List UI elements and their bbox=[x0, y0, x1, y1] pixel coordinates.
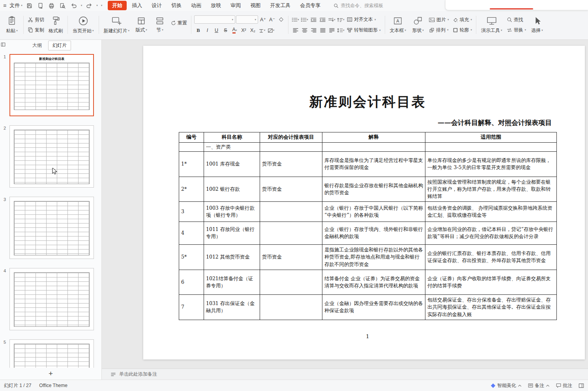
tab-member[interactable]: 会员专享 bbox=[296, 1, 325, 10]
tab-insert[interactable]: 插入 bbox=[127, 1, 146, 10]
picture-button[interactable]: 图片▾ bbox=[428, 16, 450, 24]
textbox-button[interactable]: A 文本框▾ bbox=[388, 13, 408, 37]
cell-scope: 企业增加在同业的存款，借记本科目，贷记“存放中央银行款项”等科目；减少在同业的存… bbox=[425, 222, 557, 244]
presentation-tools-button[interactable]: 演示工具▾ bbox=[479, 13, 504, 37]
view-panel-toggle[interactable] bbox=[579, 383, 584, 388]
align-left-button[interactable] bbox=[291, 26, 300, 34]
decrease-font-button[interactable]: A⁻ bbox=[268, 16, 276, 24]
tab-view[interactable]: 视图 bbox=[246, 1, 265, 10]
reset-button[interactable]: 重置 bbox=[170, 19, 188, 27]
slide-number: 1 bbox=[0, 54, 9, 116]
shapes-button[interactable]: 形状▾ bbox=[409, 13, 427, 37]
underline-button[interactable]: U bbox=[212, 26, 221, 34]
replace-button[interactable]: 替换▾ bbox=[506, 26, 528, 34]
find-button[interactable]: 查找 bbox=[506, 16, 528, 24]
hamburger-menu-icon[interactable]: ≡ bbox=[3, 2, 6, 9]
convert-smartart-button[interactable]: 转智能图形▾ bbox=[346, 26, 382, 34]
increase-indent-button[interactable] bbox=[318, 16, 327, 24]
slide-thumbnail-1[interactable]: 新准则会计科目表 bbox=[9, 54, 94, 116]
font-color-button[interactable]: A▾ bbox=[230, 26, 239, 34]
align-right-button[interactable] bbox=[309, 26, 318, 34]
theme-name[interactable]: Office Theme bbox=[39, 383, 67, 388]
slide-thumbnail-row: 2 bbox=[0, 125, 101, 188]
slide-thumbnail-5[interactable] bbox=[9, 339, 94, 368]
bullet-list-button[interactable]: ▾ bbox=[291, 16, 300, 24]
redo-dropdown-icon[interactable]: ▾ bbox=[96, 4, 98, 7]
phonetic-guide-button[interactable]: ▾ bbox=[258, 26, 266, 34]
notes-bar[interactable]: 单击此处添加备注 bbox=[102, 369, 588, 380]
slide-number: 4 bbox=[0, 268, 9, 330]
print-button[interactable] bbox=[48, 2, 56, 9]
table-row: 1* 1001 库存现金 货币资金 库存现金是指单位为了满足经营过程中零星支付需… bbox=[179, 151, 557, 177]
undo-button[interactable] bbox=[70, 2, 78, 9]
distribute-button[interactable] bbox=[328, 26, 336, 34]
slide-number: 2 bbox=[0, 125, 9, 188]
superscript-button[interactable]: X² bbox=[240, 26, 248, 34]
bold-button[interactable]: B bbox=[194, 26, 202, 34]
select-button[interactable]: 选择▾ bbox=[528, 13, 546, 37]
slide-thumbnail-3[interactable] bbox=[9, 197, 94, 259]
outline-button[interactable]: 轮廓▾ bbox=[451, 26, 474, 34]
panel-tab-slides[interactable]: 幻灯片 bbox=[48, 41, 71, 50]
strikethrough-button[interactable]: S bbox=[221, 26, 230, 34]
tab-home[interactable]: 开始 bbox=[108, 1, 127, 10]
slide-1[interactable]: 新准则会计科目表 ——会计科目解释、对照会计报表项目 编号 科目名称 对应的会计… bbox=[143, 46, 585, 359]
tab-review[interactable]: 审阅 bbox=[226, 1, 245, 10]
increase-font-button[interactable]: A⁺ bbox=[259, 16, 267, 24]
justify-button[interactable] bbox=[318, 26, 327, 34]
file-menu[interactable]: 文件 ▾ bbox=[9, 2, 22, 9]
copy-button[interactable]: 复制 bbox=[26, 26, 45, 34]
numbered-list-button[interactable]: ▾ bbox=[300, 16, 309, 24]
quickbar-more-icon[interactable]: ▾ bbox=[101, 4, 103, 7]
format-painter-icon bbox=[51, 16, 60, 26]
add-slide-button[interactable]: + bbox=[0, 368, 101, 380]
tab-design[interactable]: 设计 bbox=[147, 1, 166, 10]
text-direction-button[interactable]: ▾ bbox=[328, 16, 336, 24]
font-family-select[interactable]: ▾ bbox=[194, 15, 235, 24]
slide-title[interactable]: 新准则会计科目表 bbox=[179, 93, 556, 111]
save-button[interactable] bbox=[26, 2, 34, 9]
smart-beautify-button[interactable]: 智能美化 bbox=[491, 382, 522, 389]
export-button[interactable] bbox=[37, 2, 45, 9]
format-painter-button[interactable]: 格式刷 bbox=[47, 13, 65, 37]
align-center-button[interactable] bbox=[300, 26, 309, 34]
arrange-button[interactable]: 排列▾ bbox=[428, 26, 450, 34]
slide-thumbnail-2[interactable] bbox=[9, 125, 94, 188]
tab-animation[interactable]: 动画 bbox=[187, 1, 206, 10]
italic-button[interactable]: I bbox=[203, 26, 212, 34]
slide-thumbnail-4[interactable] bbox=[9, 268, 94, 330]
tab-slideshow[interactable]: 放映 bbox=[206, 1, 225, 10]
section-button[interactable]: 节▾ bbox=[151, 13, 169, 37]
tab-devtools[interactable]: 开发工具 bbox=[266, 1, 295, 10]
cell-name: 1001 库存现金 bbox=[204, 151, 260, 177]
subscript-button[interactable]: X₂ bbox=[249, 26, 257, 34]
line-sort-button[interactable]: ▾ bbox=[337, 16, 345, 24]
redo-button[interactable] bbox=[85, 2, 93, 9]
line-spacing-button[interactable]: ▾ bbox=[337, 26, 345, 34]
print-preview-button[interactable] bbox=[59, 2, 67, 9]
accounting-subjects-table[interactable]: 编号 科目名称 对应的会计报表项目 解释 适用范围 一、资产类 1* bbox=[179, 132, 557, 320]
pane-collapse-icon[interactable] bbox=[1, 42, 6, 48]
cut-button[interactable]: 剪切 bbox=[26, 16, 45, 24]
panel-tab-outline[interactable]: 大纲 bbox=[28, 41, 46, 50]
play-from-current-button[interactable]: 当页开始▾ bbox=[71, 13, 96, 37]
workspace: 大纲 幻灯片 1 新准则会计科目表 2 3 4 bbox=[0, 40, 588, 380]
slide-canvas[interactable]: 新准则会计科目表 ——会计科目解释、对照会计报表项目 编号 科目名称 对应的会计… bbox=[102, 40, 588, 369]
fill-button[interactable]: 填充▾ bbox=[451, 16, 474, 24]
undo-dropdown-icon[interactable]: ▾ bbox=[81, 4, 82, 7]
decrease-indent-button[interactable] bbox=[309, 16, 318, 24]
clear-format-button[interactable] bbox=[277, 16, 285, 24]
font-size-select[interactable]: ▾ bbox=[236, 15, 258, 24]
char-shading-button[interactable]: ▾ bbox=[267, 26, 275, 34]
paste-button[interactable]: 粘贴▾ bbox=[3, 13, 21, 37]
slide-subtitle[interactable]: ——会计科目解释、对照会计报表项目 bbox=[179, 118, 556, 127]
notes-toggle-button[interactable]: 备注 bbox=[528, 382, 550, 389]
comments-button[interactable]: 批注 bbox=[556, 382, 572, 389]
new-slide-button[interactable]: 新建幻灯片▾ bbox=[102, 13, 132, 37]
align-text-button[interactable]: 对齐文本▾ bbox=[346, 16, 377, 23]
eraser-icon bbox=[279, 17, 284, 22]
command-search[interactable]: 查找命令、搜索模板 bbox=[333, 2, 383, 9]
layout-button[interactable]: 版式▾ bbox=[133, 13, 150, 37]
tab-transition[interactable]: 切换 bbox=[167, 1, 186, 10]
col-header-number: 编号 bbox=[179, 132, 204, 143]
